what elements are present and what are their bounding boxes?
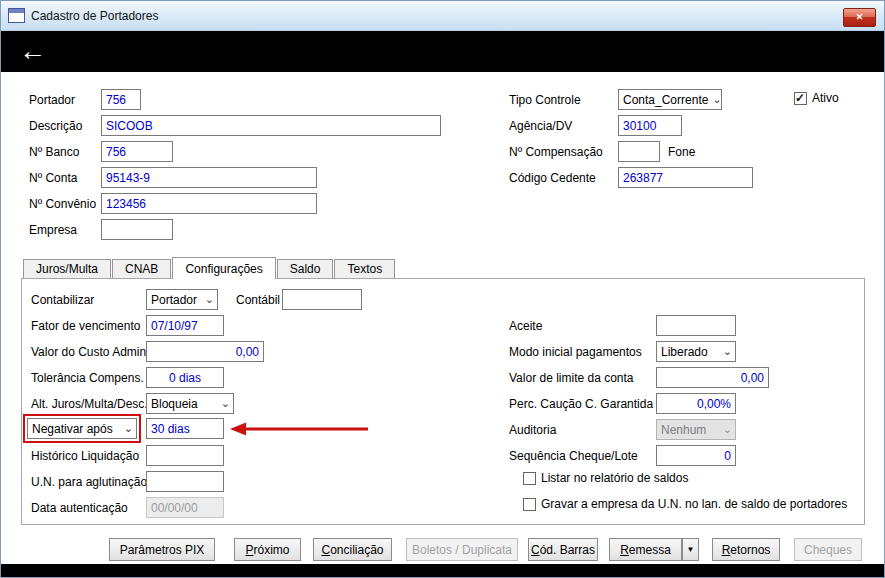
proximo-button[interactable]: Próximo bbox=[234, 538, 301, 561]
n-conta-label: Nº Conta bbox=[29, 171, 77, 185]
custo-admin-label: Valor do Custo Admin. bbox=[31, 345, 150, 359]
historico-label: Histórico Liquidação bbox=[31, 449, 139, 463]
tab-configuracoes[interactable]: Configurações bbox=[172, 257, 275, 279]
back-button[interactable]: ← bbox=[19, 38, 46, 65]
data-autenticacao-input: 00/00/00 bbox=[146, 497, 224, 518]
aceite-label: Aceite bbox=[509, 319, 542, 333]
tipo-controle-label: Tipo Controle bbox=[509, 93, 581, 107]
n-convenio-input[interactable]: 123456 bbox=[101, 193, 317, 214]
negativar-apos-input[interactable]: 30 dias bbox=[146, 418, 224, 439]
ativo-checkbox[interactable]: Ativo bbox=[794, 91, 839, 105]
empresa-label: Empresa bbox=[29, 223, 77, 237]
perc-caucao-input[interactable]: 0,00% bbox=[656, 393, 736, 414]
chevron-down-icon: ⌄ bbox=[124, 423, 133, 434]
aceite-input[interactable] bbox=[656, 315, 736, 336]
chevron-down-icon: ⌄ bbox=[205, 294, 214, 305]
cod-barras-button[interactable]: Cód. Barras bbox=[528, 538, 598, 561]
contabilizar-select[interactable]: Portador ⌄ bbox=[146, 289, 218, 310]
descricao-label: Descrição bbox=[29, 119, 82, 133]
dropdown-arrow-icon: ▼ bbox=[687, 546, 695, 554]
negativar-apos-select[interactable]: Negativar após ⌄ bbox=[27, 418, 137, 439]
modo-pagamentos-value: Liberado bbox=[661, 345, 708, 359]
conciliacao-button[interactable]: Conciliação bbox=[313, 538, 392, 561]
app-icon bbox=[8, 8, 25, 23]
auditoria-select: Nenhum ⌄ bbox=[656, 419, 736, 440]
portador-label: Portador bbox=[29, 93, 75, 107]
gravar-empresa-checkbox-box bbox=[523, 498, 536, 511]
data-autenticacao-label: Data autenticação bbox=[31, 501, 128, 515]
seq-cheque-lote-label: Sequência Cheque/Lote bbox=[509, 449, 638, 463]
empresa-input[interactable] bbox=[101, 219, 173, 240]
header-bar: ← bbox=[1, 31, 884, 72]
tab-cnab[interactable]: CNAB bbox=[112, 259, 171, 278]
tab-textos[interactable]: Textos bbox=[334, 259, 395, 278]
custo-admin-input[interactable]: 0,00 bbox=[146, 341, 264, 362]
tab-juros-multa[interactable]: Juros/Multa bbox=[23, 259, 111, 278]
contabilizar-value: Portador bbox=[151, 293, 197, 307]
codigo-cedente-input[interactable]: 263877 bbox=[618, 167, 753, 188]
listar-saldos-checkbox-box bbox=[523, 472, 536, 485]
tipo-controle-value: Conta_Corrente bbox=[623, 93, 708, 107]
listar-saldos-checkbox[interactable]: Listar no relatório de saldos bbox=[523, 471, 688, 485]
fator-vencimento-input[interactable]: 07/10/97 bbox=[146, 315, 224, 336]
seq-cheque-lote-input[interactable]: 0 bbox=[656, 445, 736, 466]
n-banco-input[interactable]: 756 bbox=[101, 141, 173, 162]
title-bar[interactable]: Cadastro de Portadores bbox=[1, 1, 884, 31]
ativo-checkbox-box bbox=[794, 92, 807, 105]
n-compensacao-input[interactable] bbox=[618, 141, 660, 162]
footer-bar bbox=[1, 564, 884, 577]
un-aglutinacao-label: U.N. para aglutinação bbox=[31, 475, 147, 489]
cheques-button: Cheques bbox=[794, 538, 862, 561]
alt-juros-value: Bloqueia bbox=[151, 397, 198, 411]
auditoria-value: Nenhum bbox=[661, 423, 706, 437]
tab-saldo[interactable]: Saldo bbox=[277, 259, 334, 278]
alt-juros-label: Alt. Juros/Multa/Desc. bbox=[31, 397, 148, 411]
retornos-button[interactable]: Retornos bbox=[712, 538, 780, 561]
listar-saldos-label: Listar no relatório de saldos bbox=[541, 471, 688, 485]
window-title: Cadastro de Portadores bbox=[31, 9, 158, 23]
auditoria-label: Auditoria bbox=[509, 423, 556, 437]
agencia-dv-input[interactable]: 30100 bbox=[618, 115, 682, 136]
contabilizar-label: Contabilizar bbox=[31, 293, 94, 307]
n-conta-input[interactable]: 95143-9 bbox=[101, 167, 317, 188]
gravar-empresa-label: Gravar a empresa da U.N. no lan. de sald… bbox=[541, 497, 847, 511]
tab-strip: Juros/Multa CNAB Configurações Saldo Tex… bbox=[23, 257, 396, 278]
chevron-down-icon: ⌄ bbox=[723, 424, 732, 435]
perc-caucao-label: Perc. Caução C. Garantida bbox=[509, 397, 653, 411]
descricao-input[interactable]: SICOOB bbox=[101, 115, 441, 136]
tolerancia-label: Tolerância Compens. bbox=[31, 371, 144, 385]
chevron-down-icon: ⌄ bbox=[221, 398, 230, 409]
remessa-dropdown-button[interactable]: ▼ bbox=[682, 538, 699, 561]
contabil-label: Contábil bbox=[236, 293, 280, 307]
chevron-down-icon: ⌄ bbox=[712, 94, 721, 105]
limite-conta-label: Valor de limite da conta bbox=[509, 371, 634, 385]
alt-juros-select[interactable]: Bloqueia ⌄ bbox=[146, 393, 234, 414]
un-aglutinacao-input[interactable] bbox=[146, 471, 224, 492]
n-compensacao-label: Nº Compensação bbox=[509, 145, 603, 159]
gravar-empresa-checkbox[interactable]: Gravar a empresa da U.N. no lan. de sald… bbox=[523, 497, 847, 511]
codigo-cedente-label: Código Cedente bbox=[509, 171, 596, 185]
remessa-button[interactable]: Remessa bbox=[609, 538, 682, 561]
tolerancia-input[interactable]: 0 dias bbox=[146, 367, 224, 388]
modo-pagamentos-label: Modo inicial pagamentos bbox=[509, 345, 642, 359]
portador-input[interactable]: 756 bbox=[101, 89, 141, 110]
close-button[interactable]: ✕ bbox=[843, 8, 876, 27]
fone-label: Fone bbox=[668, 145, 695, 159]
boletos-duplicata-button: Boletos / Duplicata bbox=[406, 538, 518, 561]
parametros-pix-button[interactable]: Parâmetros PIX bbox=[109, 538, 215, 561]
contabil-input[interactable] bbox=[282, 289, 362, 310]
ativo-label: Ativo bbox=[812, 91, 839, 105]
tipo-controle-select[interactable]: Conta_Corrente ⌄ bbox=[618, 89, 722, 110]
chevron-down-icon: ⌄ bbox=[723, 346, 732, 357]
historico-input[interactable] bbox=[146, 445, 224, 466]
limite-conta-input[interactable]: 0,00 bbox=[656, 367, 769, 388]
negativar-apos-label: Negativar após bbox=[32, 422, 113, 436]
cadastro-portadores-window: Cadastro de Portadores ✕ ← Portador 756 … bbox=[0, 0, 885, 578]
fator-vencimento-label: Fator de vencimento bbox=[31, 319, 140, 333]
agencia-dv-label: Agência/DV bbox=[509, 119, 572, 133]
modo-pagamentos-select[interactable]: Liberado ⌄ bbox=[656, 341, 736, 362]
n-convenio-label: Nº Convênio bbox=[29, 197, 96, 211]
n-banco-label: Nº Banco bbox=[29, 145, 79, 159]
close-icon: ✕ bbox=[856, 13, 864, 22]
